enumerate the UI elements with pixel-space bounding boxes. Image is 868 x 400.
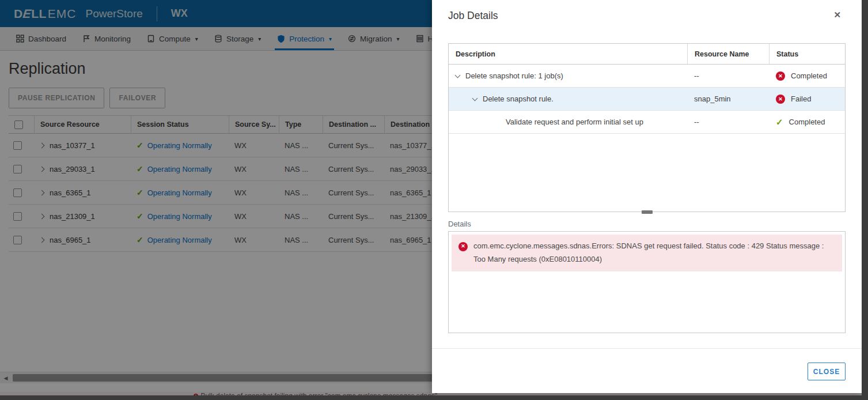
screen-edge-right: [862, 0, 868, 400]
job-description: Delete snapshot rule.: [483, 95, 554, 103]
column-header-resource-name[interactable]: Resource Name: [687, 44, 769, 64]
collapse-chevron-icon[interactable]: [455, 72, 461, 78]
screen: DELL EMC PowerStore WX DashboardMonitori…: [0, 0, 868, 400]
job-description: Delete snapshot rule: 1 job(s): [465, 71, 563, 80]
job-table: Description Resource Name Status Delete …: [448, 43, 846, 212]
collapse-chevron-icon[interactable]: [472, 95, 478, 101]
status-success-icon: ✓: [776, 117, 783, 127]
close-button[interactable]: CLOSE: [808, 363, 846, 380]
modal-title: Job Details: [448, 10, 498, 22]
job-status-label: Completed: [791, 71, 827, 80]
column-header-description[interactable]: Description: [449, 44, 687, 64]
job-row[interactable]: Validate request and perform initial set…: [449, 111, 845, 134]
screen-edge-bottom: [0, 395, 868, 400]
job-status-label: Completed: [789, 118, 825, 126]
error-icon: ✕: [458, 242, 468, 251]
status-error-icon: ✕: [776, 71, 785, 81]
details-box: ✕ com.emc.cyclone.messages.sdnas.Errors:…: [448, 231, 846, 333]
error-message: com.emc.cyclone.messages.sdnas.Errors: S…: [473, 240, 835, 266]
job-resource-name: --: [687, 71, 769, 80]
job-table-header: Description Resource Name Status: [449, 44, 845, 65]
column-header-status[interactable]: Status: [769, 44, 845, 64]
status-error-icon: ✕: [776, 95, 785, 104]
job-status-label: Failed: [791, 95, 811, 103]
footer-divider: [432, 348, 862, 349]
error-banner: ✕ com.emc.cyclone.messages.sdnas.Errors:…: [452, 235, 842, 271]
details-label: Details: [448, 220, 471, 228]
job-resource-name: --: [687, 118, 769, 126]
job-details-modal: Job Details ✕ Description Resource Name …: [432, 0, 862, 393]
close-icon[interactable]: ✕: [833, 10, 841, 20]
job-row[interactable]: Delete snapshot rule.snap_5min✕Failed: [449, 88, 845, 111]
job-row[interactable]: Delete snapshot rule: 1 job(s)--✕Complet…: [449, 65, 845, 88]
table-resize-handle[interactable]: [642, 210, 653, 214]
job-description: Validate request and perform initial set…: [506, 118, 643, 126]
job-resource-name: snap_5min: [687, 95, 769, 103]
